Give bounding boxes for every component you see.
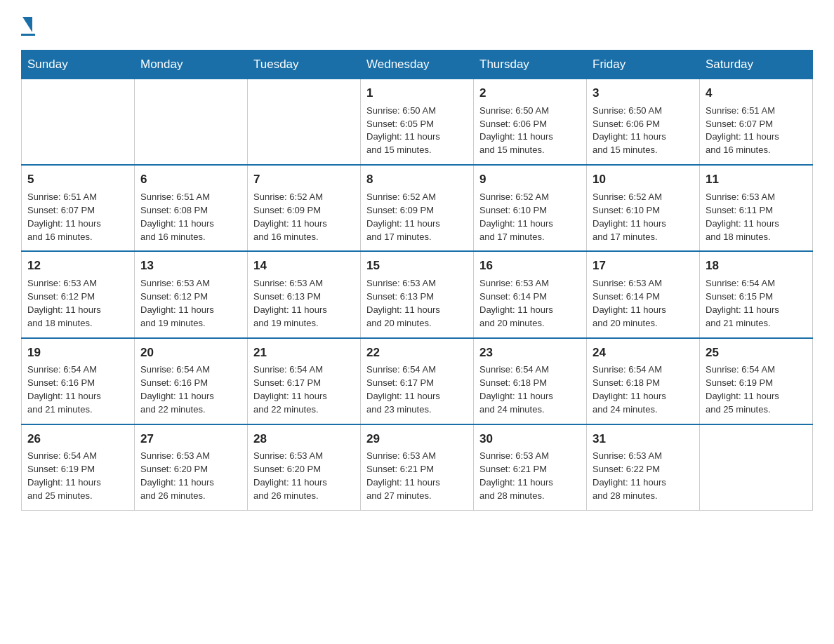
- day-info: Sunrise: 6:53 AMSunset: 6:13 PMDaylight:…: [366, 277, 468, 330]
- header-day-monday: Monday: [135, 51, 248, 79]
- week-row-3: 19Sunrise: 6:54 AMSunset: 6:16 PMDayligh…: [22, 338, 813, 424]
- day-info: Sunrise: 6:50 AMSunset: 6:05 PMDaylight:…: [366, 105, 468, 157]
- day-number: 5: [27, 171, 128, 188]
- day-number: 13: [140, 257, 241, 274]
- calendar-cell: 6Sunrise: 6:51 AMSunset: 6:08 PMDaylight…: [135, 165, 248, 251]
- day-info: Sunrise: 6:53 AMSunset: 6:21 PMDaylight:…: [479, 450, 581, 502]
- calendar-cell: 23Sunrise: 6:54 AMSunset: 6:18 PMDayligh…: [474, 338, 587, 424]
- day-info: Sunrise: 6:50 AMSunset: 6:06 PMDaylight:…: [479, 105, 581, 157]
- header-day-sunday: Sunday: [22, 51, 135, 79]
- week-row-0: 1Sunrise: 6:50 AMSunset: 6:05 PMDaylight…: [22, 79, 813, 166]
- day-number: 4: [706, 85, 807, 102]
- logo-underline: [21, 34, 35, 36]
- day-number: 17: [593, 257, 694, 274]
- day-info: Sunrise: 6:54 AMSunset: 6:15 PMDaylight:…: [706, 277, 807, 330]
- calendar-cell: 14Sunrise: 6:53 AMSunset: 6:13 PMDayligh…: [248, 251, 361, 337]
- day-number: 29: [366, 431, 468, 448]
- calendar-cell: [700, 424, 813, 511]
- calendar-cell: 2Sunrise: 6:50 AMSunset: 6:06 PMDaylight…: [474, 79, 587, 166]
- day-info: Sunrise: 6:54 AMSunset: 6:17 PMDaylight:…: [366, 363, 468, 416]
- day-info: Sunrise: 6:53 AMSunset: 6:14 PMDaylight:…: [593, 277, 694, 330]
- day-info: Sunrise: 6:50 AMSunset: 6:06 PMDaylight:…: [593, 105, 694, 157]
- calendar-cell: 9Sunrise: 6:52 AMSunset: 6:10 PMDaylight…: [474, 165, 587, 251]
- day-number: 1: [366, 85, 468, 102]
- day-number: 22: [366, 344, 468, 361]
- day-number: 15: [366, 257, 468, 274]
- calendar-cell: 27Sunrise: 6:53 AMSunset: 6:20 PMDayligh…: [135, 424, 248, 511]
- day-number: 20: [140, 344, 241, 361]
- calendar-cell: 12Sunrise: 6:53 AMSunset: 6:12 PMDayligh…: [22, 251, 135, 337]
- calendar-header: SundayMondayTuesdayWednesdayThursdayFrid…: [22, 51, 813, 79]
- day-number: 3: [593, 85, 694, 102]
- header-day-tuesday: Tuesday: [248, 51, 361, 79]
- day-info: Sunrise: 6:54 AMSunset: 6:17 PMDaylight:…: [253, 363, 355, 416]
- day-info: Sunrise: 6:54 AMSunset: 6:18 PMDaylight:…: [479, 363, 581, 416]
- page-header: [21, 14, 813, 36]
- day-info: Sunrise: 6:52 AMSunset: 6:10 PMDaylight:…: [593, 191, 694, 243]
- header-day-wednesday: Wednesday: [361, 51, 474, 79]
- calendar-cell: 20Sunrise: 6:54 AMSunset: 6:16 PMDayligh…: [135, 338, 248, 424]
- calendar-cell: [248, 79, 361, 166]
- day-number: 19: [27, 344, 128, 361]
- calendar-cell: 25Sunrise: 6:54 AMSunset: 6:19 PMDayligh…: [700, 338, 813, 424]
- calendar-body: 1Sunrise: 6:50 AMSunset: 6:05 PMDaylight…: [22, 79, 813, 511]
- day-number: 8: [366, 171, 468, 188]
- day-info: Sunrise: 6:53 AMSunset: 6:12 PMDaylight:…: [140, 277, 241, 330]
- day-info: Sunrise: 6:54 AMSunset: 6:18 PMDaylight:…: [593, 363, 694, 416]
- day-number: 6: [140, 171, 241, 188]
- day-info: Sunrise: 6:53 AMSunset: 6:20 PMDaylight:…: [253, 450, 355, 502]
- week-row-1: 5Sunrise: 6:51 AMSunset: 6:07 PMDaylight…: [22, 165, 813, 251]
- day-info: Sunrise: 6:54 AMSunset: 6:16 PMDaylight:…: [140, 363, 241, 416]
- day-number: 11: [706, 171, 807, 188]
- day-number: 16: [479, 257, 581, 274]
- day-info: Sunrise: 6:51 AMSunset: 6:08 PMDaylight:…: [140, 191, 241, 243]
- day-info: Sunrise: 6:51 AMSunset: 6:07 PMDaylight:…: [27, 191, 128, 243]
- day-number: 7: [253, 171, 355, 188]
- day-number: 31: [593, 431, 694, 448]
- day-info: Sunrise: 6:53 AMSunset: 6:21 PMDaylight:…: [366, 450, 468, 502]
- day-info: Sunrise: 6:53 AMSunset: 6:20 PMDaylight:…: [140, 450, 241, 502]
- calendar-cell: 8Sunrise: 6:52 AMSunset: 6:09 PMDaylight…: [361, 165, 474, 251]
- calendar-cell: 21Sunrise: 6:54 AMSunset: 6:17 PMDayligh…: [248, 338, 361, 424]
- calendar-cell: 28Sunrise: 6:53 AMSunset: 6:20 PMDayligh…: [248, 424, 361, 511]
- calendar-cell: 11Sunrise: 6:53 AMSunset: 6:11 PMDayligh…: [700, 165, 813, 251]
- calendar-cell: 26Sunrise: 6:54 AMSunset: 6:19 PMDayligh…: [22, 424, 135, 511]
- calendar-cell: 29Sunrise: 6:53 AMSunset: 6:21 PMDayligh…: [361, 424, 474, 511]
- day-number: 26: [27, 431, 128, 448]
- day-info: Sunrise: 6:54 AMSunset: 6:19 PMDaylight:…: [706, 363, 807, 416]
- calendar-cell: 1Sunrise: 6:50 AMSunset: 6:05 PMDaylight…: [361, 79, 474, 166]
- calendar-cell: 15Sunrise: 6:53 AMSunset: 6:13 PMDayligh…: [361, 251, 474, 337]
- day-number: 28: [253, 431, 355, 448]
- day-info: Sunrise: 6:53 AMSunset: 6:13 PMDaylight:…: [253, 277, 355, 330]
- day-info: Sunrise: 6:54 AMSunset: 6:16 PMDaylight:…: [27, 363, 128, 416]
- day-number: 21: [253, 344, 355, 361]
- calendar-cell: 22Sunrise: 6:54 AMSunset: 6:17 PMDayligh…: [361, 338, 474, 424]
- day-info: Sunrise: 6:53 AMSunset: 6:14 PMDaylight:…: [479, 277, 581, 330]
- day-info: Sunrise: 6:53 AMSunset: 6:12 PMDaylight:…: [27, 277, 128, 330]
- calendar-cell: 5Sunrise: 6:51 AMSunset: 6:07 PMDaylight…: [22, 165, 135, 251]
- calendar-cell: 24Sunrise: 6:54 AMSunset: 6:18 PMDayligh…: [587, 338, 700, 424]
- day-number: 30: [479, 431, 581, 448]
- header-day-saturday: Saturday: [700, 51, 813, 79]
- header-day-thursday: Thursday: [474, 51, 587, 79]
- day-number: 27: [140, 431, 241, 448]
- day-number: 2: [479, 85, 581, 102]
- day-number: 24: [593, 344, 694, 361]
- day-info: Sunrise: 6:51 AMSunset: 6:07 PMDaylight:…: [706, 105, 807, 157]
- calendar-cell: 3Sunrise: 6:50 AMSunset: 6:06 PMDaylight…: [587, 79, 700, 166]
- day-number: 14: [253, 257, 355, 274]
- calendar-cell: 4Sunrise: 6:51 AMSunset: 6:07 PMDaylight…: [700, 79, 813, 166]
- logo: [21, 14, 35, 36]
- day-number: 25: [706, 344, 807, 361]
- calendar-cell: 13Sunrise: 6:53 AMSunset: 6:12 PMDayligh…: [135, 251, 248, 337]
- header-day-friday: Friday: [587, 51, 700, 79]
- week-row-2: 12Sunrise: 6:53 AMSunset: 6:12 PMDayligh…: [22, 251, 813, 337]
- day-info: Sunrise: 6:52 AMSunset: 6:09 PMDaylight:…: [366, 191, 468, 243]
- day-info: Sunrise: 6:53 AMSunset: 6:11 PMDaylight:…: [706, 191, 807, 243]
- week-row-4: 26Sunrise: 6:54 AMSunset: 6:19 PMDayligh…: [22, 424, 813, 511]
- day-info: Sunrise: 6:53 AMSunset: 6:22 PMDaylight:…: [593, 450, 694, 502]
- day-number: 18: [706, 257, 807, 274]
- calendar-cell: [135, 79, 248, 166]
- day-number: 23: [479, 344, 581, 361]
- calendar-cell: 31Sunrise: 6:53 AMSunset: 6:22 PMDayligh…: [587, 424, 700, 511]
